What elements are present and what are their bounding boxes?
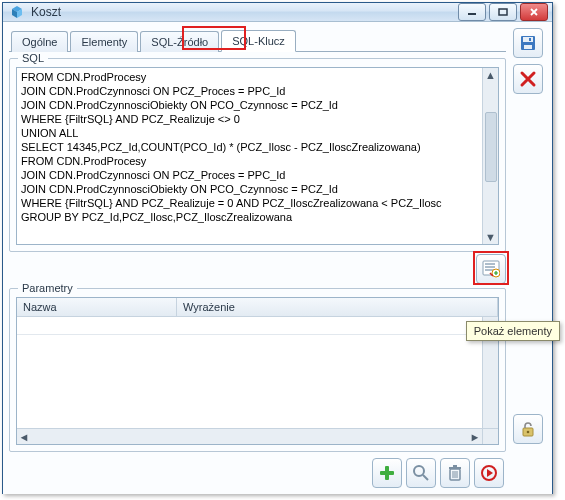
group-sql-label: SQL [18, 52, 48, 64]
lock-icon [519, 420, 537, 438]
tab-sql-key[interactable]: SQL-Klucz [221, 30, 296, 52]
show-elements-icon [482, 260, 500, 278]
left-column: Ogólne Elementy SQL-Źródło SQL-Klucz SQL… [9, 28, 506, 488]
parameters-header: Nazwa Wyrażenie [17, 298, 498, 317]
mid-button-row [9, 252, 506, 284]
svg-rect-21 [524, 45, 532, 49]
svg-rect-1 [499, 9, 507, 15]
svg-marker-18 [487, 469, 493, 477]
window-frame: Koszt Ogólne Elementy SQL-Źródło SQL-Klu… [2, 2, 553, 494]
titlebar[interactable]: Koszt [3, 3, 552, 22]
sql-text-content[interactable]: FROM CDN.ProdProcesy JOIN CDN.ProdCzynno… [17, 68, 482, 244]
group-parameters: Parametry Nazwa Wyrażenie ◄ [9, 288, 506, 452]
run-button[interactable] [474, 458, 504, 488]
add-icon [378, 464, 396, 482]
scroll-right-icon[interactable]: ► [468, 430, 482, 444]
tab-sql-source[interactable]: SQL-Źródło [140, 31, 219, 52]
parameters-body[interactable] [17, 317, 498, 428]
params-hscrollbar[interactable]: ◄ ► [17, 428, 498, 444]
svg-rect-0 [468, 13, 476, 15]
add-button[interactable] [372, 458, 402, 488]
bottom-toolbar [9, 452, 506, 488]
svg-rect-20 [523, 37, 533, 42]
app-icon [9, 4, 25, 20]
cancel-button[interactable] [513, 64, 543, 94]
scroll-down-icon[interactable]: ▼ [484, 230, 498, 244]
maximize-button[interactable] [489, 3, 517, 21]
save-button[interactable] [513, 28, 543, 58]
scroll-up-icon[interactable]: ▲ [484, 68, 498, 82]
svg-line-10 [423, 475, 428, 480]
group-sql: SQL FROM CDN.ProdProcesy JOIN CDN.ProdCz… [9, 58, 506, 252]
show-elements-button[interactable] [476, 254, 506, 284]
svg-rect-22 [529, 38, 531, 41]
svg-point-9 [414, 466, 424, 476]
right-toolbar [510, 28, 546, 488]
window-title: Koszt [31, 5, 455, 19]
table-row[interactable] [17, 317, 498, 335]
tab-panel: SQL FROM CDN.ProdProcesy JOIN CDN.ProdCz… [9, 52, 506, 488]
close-button[interactable] [520, 3, 548, 21]
client-area: Ogólne Elementy SQL-Źródło SQL-Klucz SQL… [3, 22, 552, 494]
svg-rect-12 [449, 467, 461, 469]
sql-textarea[interactable]: FROM CDN.ProdProcesy JOIN CDN.ProdCzynno… [16, 67, 499, 245]
search-button[interactable] [406, 458, 436, 488]
svg-rect-8 [380, 471, 394, 475]
parameters-table[interactable]: Nazwa Wyrażenie ◄ ► [16, 297, 499, 445]
lock-button[interactable] [513, 414, 543, 444]
tab-strip: Ogólne Elementy SQL-Źródło SQL-Klucz [9, 28, 506, 52]
scroll-left-icon[interactable]: ◄ [17, 430, 31, 444]
delete-button[interactable] [440, 458, 470, 488]
col-header-name[interactable]: Nazwa [17, 298, 177, 316]
svg-point-24 [527, 431, 530, 434]
tooltip-show-elements: Pokaż elementy [466, 321, 560, 341]
col-header-expr[interactable]: Wyrażenie [177, 298, 498, 316]
tab-elements[interactable]: Elementy [70, 31, 138, 52]
minimize-button[interactable] [458, 3, 486, 21]
group-parameters-label: Parametry [18, 282, 77, 294]
scroll-thumb[interactable] [485, 112, 497, 182]
tab-general[interactable]: Ogólne [11, 31, 68, 52]
close-x-icon [519, 70, 537, 88]
run-icon [480, 464, 498, 482]
svg-rect-13 [453, 465, 457, 467]
sql-vscrollbar[interactable]: ▲ ▼ [482, 68, 498, 244]
delete-icon [446, 464, 464, 482]
save-icon [519, 34, 537, 52]
search-icon [412, 464, 430, 482]
